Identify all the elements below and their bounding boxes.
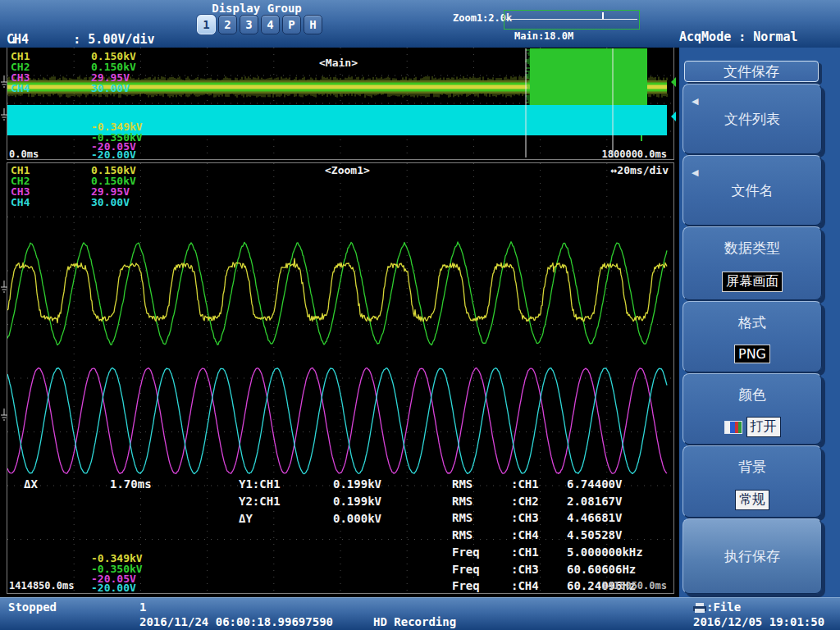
zoom-time-start: 1414850.0ms [9, 581, 74, 591]
display-group-button-p[interactable]: P [282, 15, 301, 34]
zoom-position-marker[interactable] [602, 12, 604, 20]
zoom-timebase: ↔20ms/div [582, 165, 669, 176]
sidebar-button-color[interactable]: 颜色 打开 [682, 373, 822, 445]
delta-x-value: 1.70ms [110, 478, 152, 490]
oscilloscope-screen: CH4 : 5.00V/div Position : -1.00 div Dis… [0, 0, 840, 630]
meas-func: RMS [452, 478, 472, 490]
y2-label: Y2:CH1 [239, 495, 281, 507]
main-window-title: <Main> [319, 57, 358, 68]
top-bar: CH4 : 5.00V/div Position : -1.00 div Dis… [0, 0, 840, 48]
display-group-button-2[interactable]: 2 [218, 15, 237, 34]
channel-label: CH4 [11, 83, 30, 94]
zoom-window-title: <Zoom1> [325, 165, 370, 176]
menu-sidebar: 文件保存 ◀ 文件列表 ◀ 文件名 数据类型 屏幕画面 格式 PNG 颜色 打开 [679, 48, 840, 597]
main-time-start: 0.0ms [9, 149, 39, 160]
sidebar-button-file-list[interactable]: ◀ 文件列表 [682, 84, 822, 154]
display-group-label: Display Group [195, 2, 318, 15]
menu-title: 文件保存 [684, 61, 819, 82]
zoom-window: <Zoom1> ↔20ms/div CH1 CH2 CH3 CH4 0.150k… [7, 162, 674, 594]
acq-mode-line: AcqMode : Normal [679, 30, 813, 44]
file-label: :File [706, 600, 741, 614]
record-timestamp: 2016/11/24 06:00:18.99697590 [139, 615, 333, 628]
file-indicator: :File [693, 600, 741, 615]
display-group: 1 2 3 4 P H [197, 15, 322, 34]
meas-value: 2.08167V [567, 495, 622, 507]
sidebar-button-background[interactable]: 背景 常规 [682, 445, 822, 518]
channel-lower-readout: -20.00V [91, 149, 136, 160]
color-value: 打开 [746, 417, 781, 437]
meas-channel: :CH2 [511, 495, 539, 507]
meas-value: 5.000000kHz [567, 546, 643, 558]
printer-icon [693, 602, 706, 615]
display-group-button-h[interactable]: H [304, 15, 322, 34]
scope-display: <Main> CH1 CH2 CH3 CH4 0.150kV 0.150kV 2… [0, 48, 679, 597]
sidebar-button-data-type[interactable]: 数据类型 屏幕画面 [682, 226, 822, 300]
channel-label: CH4 [11, 197, 30, 208]
channel-lower-readout: -20.00V [91, 582, 136, 593]
recording-status: HD Recording [373, 615, 456, 628]
main-record-length-label: Main:18.0M [514, 30, 573, 42]
channel-marker-green-icon [666, 77, 676, 87]
ground-icon [0, 75, 8, 92]
meas-func: RMS [452, 495, 472, 507]
meas-func: RMS [452, 529, 472, 541]
delta-y-label: ΔY [239, 513, 253, 524]
main-window: <Main> CH1 CH2 CH3 CH4 0.150kV 0.150kV 2… [7, 48, 674, 160]
delta-x-label: ΔX [24, 478, 38, 490]
meas-func: Freq [452, 580, 480, 591]
channel-scale: 30.00V [91, 197, 130, 208]
display-group-button-4[interactable]: 4 [261, 15, 280, 34]
y1-value: 0.199kV [333, 478, 381, 490]
meas-func: Freq [452, 564, 480, 575]
sidebar-button-file-name[interactable]: ◀ 文件名 [682, 155, 822, 226]
acquisition-state: Stopped [8, 600, 57, 614]
zoom-bar-track [506, 19, 637, 20]
trigger-position-icon: ↓ [10, 32, 17, 47]
color-palette-icon [724, 421, 742, 434]
meas-func: RMS [452, 512, 472, 523]
data-type-value: 屏幕画面 [722, 272, 783, 292]
meas-value: 4.46681V [567, 512, 622, 523]
record-number: 1 [139, 600, 146, 614]
zoom-position-bar[interactable] [504, 10, 640, 30]
format-value: PNG [734, 345, 770, 363]
meas-channel: :CH3 [511, 512, 539, 523]
left-arrow-icon: ◀ [692, 96, 698, 107]
meas-value: 60.60606Hz [567, 564, 636, 575]
delta-y-value: 0.000kV [333, 513, 381, 524]
display-group-button-1[interactable]: 1 [197, 15, 216, 34]
channel-scale: 30.00V [91, 83, 130, 94]
display-group-button-3[interactable]: 3 [240, 15, 258, 34]
zoom-time-end: 1415050.0ms [591, 581, 667, 591]
meas-channel: :CH3 [511, 564, 539, 575]
background-value: 常规 [735, 490, 769, 510]
channel-marker-cyan-icon [666, 112, 676, 121]
meas-channel: :CH4 [511, 529, 539, 541]
meas-value: 4.50528V [567, 529, 622, 541]
main-time-end: 1800000.0ms [582, 149, 667, 160]
y2-value: 0.199kV [333, 495, 381, 507]
y1-label: Y1:CH1 [239, 478, 281, 490]
left-arrow-icon: ◀ [692, 167, 698, 178]
file-timestamp: 2016/12/05 19:01:50 [693, 615, 824, 628]
ground-icon [0, 281, 8, 297]
ground-icon [0, 108, 8, 125]
sidebar-button-format[interactable]: 格式 PNG [682, 301, 822, 372]
sidebar-button-execute-save[interactable]: 执行保存 [682, 518, 822, 594]
meas-channel: :CH1 [511, 546, 539, 558]
status-bar: Stopped 1 2016/11/24 06:00:18.99697590 H… [0, 597, 840, 630]
meas-channel: :CH1 [511, 478, 539, 490]
meas-channel: :CH4 [511, 580, 539, 591]
ground-icon [0, 409, 8, 425]
channel-readout-line1: CH4 : 5.00V/div [7, 33, 155, 47]
meas-value: 6.74400V [567, 478, 622, 490]
meas-func: Freq [452, 546, 480, 558]
